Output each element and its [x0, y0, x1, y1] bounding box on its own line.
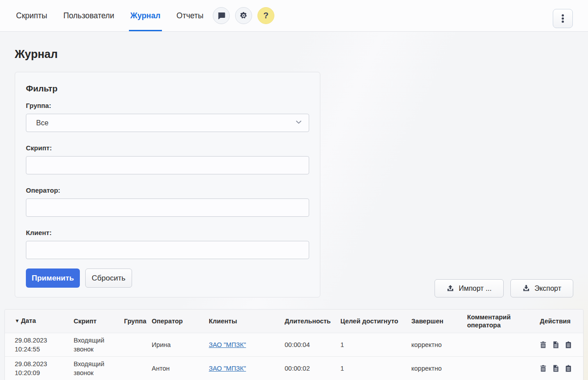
- help-button[interactable]: ?: [257, 7, 274, 24]
- table-header-row: ▼Дата Скрипт Группа Оператор Клиенты Дли…: [5, 310, 583, 333]
- cell-clients: ЗАО "МПЗК": [209, 356, 285, 380]
- more-options-button[interactable]: [553, 9, 573, 28]
- client-link[interactable]: ЗАО "МПЗК": [209, 341, 246, 348]
- filter-section: Фильтр Группа: Все Скрипт: Оператор: Кли…: [15, 72, 573, 297]
- column-header-duration[interactable]: Длительность: [285, 310, 340, 333]
- group-select[interactable]: Все: [26, 114, 309, 132]
- export-button[interactable]: Экспорт: [510, 279, 573, 297]
- nav-tab-scripts[interactable]: Скрипты: [15, 0, 49, 31]
- script-label: Скрипт:: [26, 144, 309, 152]
- cell-operator: Антон: [152, 356, 209, 380]
- cell-clients: ЗАО "МПЗК": [209, 333, 285, 356]
- cell-goals: 1: [340, 333, 411, 356]
- column-header-clients[interactable]: Клиенты: [209, 310, 285, 333]
- view-result-button[interactable]: [553, 341, 559, 348]
- group-label: Группа:: [26, 102, 309, 109]
- sort-desc-icon: ▼: [15, 318, 20, 323]
- column-header-comment[interactable]: Комментарий оператора: [467, 310, 540, 333]
- filter-buttons: Применить Сбросить: [26, 268, 309, 288]
- operator-field: Оператор:: [26, 186, 309, 217]
- topbar-icon-group: ?: [213, 0, 280, 31]
- cell-completed: корректно: [411, 356, 467, 380]
- apply-button[interactable]: Применить: [26, 268, 80, 288]
- column-header-script[interactable]: Скрипт: [74, 310, 124, 333]
- cell-comment: [467, 333, 540, 356]
- cell-actions: [540, 356, 583, 380]
- view-result-button[interactable]: [553, 365, 559, 372]
- filter-card: Фильтр Группа: Все Скрипт: Оператор: Кли…: [15, 72, 320, 297]
- delete-button[interactable]: [540, 341, 547, 348]
- cell-script: Входящий звонок: [74, 356, 124, 380]
- cell-group: [124, 333, 152, 356]
- client-link[interactable]: ЗАО "МПЗК": [209, 365, 246, 372]
- question-mark-icon: ?: [263, 11, 269, 21]
- table-row: 29.08.2023 10:20:09 Входящий звонок Анто…: [5, 356, 583, 380]
- group-field: Группа: Все: [26, 102, 309, 132]
- nav-tab-users[interactable]: Пользователи: [62, 0, 116, 31]
- chevron-down-icon: [296, 120, 302, 124]
- column-header-goals[interactable]: Целей достигнуто: [340, 310, 411, 333]
- column-header-actions: Действия: [540, 310, 583, 333]
- settings-button[interactable]: [235, 7, 252, 24]
- import-button[interactable]: Импорт ...: [435, 279, 504, 297]
- group-select-value: Все: [36, 119, 49, 127]
- download-icon: [522, 285, 530, 292]
- clipboard-icon: [565, 365, 571, 372]
- cell-goals: 1: [340, 356, 411, 380]
- cell-duration: 00:00:02: [285, 356, 340, 380]
- cell-date: 29.08.2023 10:20:09: [5, 356, 74, 380]
- cell-date: 29.08.2023 10:24:55: [5, 333, 74, 356]
- script-input[interactable]: [26, 156, 309, 174]
- client-input[interactable]: [26, 241, 309, 259]
- delete-button[interactable]: [540, 365, 547, 372]
- column-header-date[interactable]: ▼Дата: [5, 310, 74, 333]
- cell-duration: 00:00:04: [285, 333, 340, 356]
- document-icon: [553, 365, 559, 372]
- column-header-completed[interactable]: Завершен: [411, 310, 467, 333]
- nav-tab-journal[interactable]: Журнал: [129, 0, 161, 31]
- operator-label: Оператор:: [26, 186, 309, 194]
- script-field: Скрипт:: [26, 144, 309, 174]
- cell-group: [124, 356, 152, 380]
- client-label: Клиент:: [26, 229, 309, 236]
- copy-report-button[interactable]: [565, 341, 571, 348]
- nav-tab-reports[interactable]: Отчеты: [175, 0, 205, 31]
- reset-button[interactable]: Сбросить: [85, 268, 133, 288]
- column-header-operator[interactable]: Оператор: [152, 310, 209, 333]
- client-field: Клиент:: [26, 229, 309, 259]
- table-row: 29.08.2023 10:24:55 Входящий звонок Ирин…: [5, 333, 583, 356]
- upload-icon: [447, 285, 454, 292]
- filter-title: Фильтр: [26, 84, 309, 94]
- cell-script: Входящий звонок: [74, 333, 124, 356]
- page-content: Журнал Фильтр Группа: Все Скрипт: Операт…: [0, 48, 588, 297]
- document-icon: [553, 341, 559, 348]
- top-navigation-bar: Скрипты Пользователи Журнал Отчеты ?: [0, 0, 588, 32]
- kebab-menu-icon: [562, 14, 564, 17]
- cell-completed: корректно: [411, 333, 467, 356]
- trash-icon: [540, 341, 547, 348]
- page-title: Журнал: [15, 48, 573, 60]
- cell-comment: [467, 356, 540, 380]
- import-export-buttons: Импорт ... Экспорт: [428, 279, 573, 297]
- nav-tabs: Скрипты Пользователи Журнал Отчеты: [15, 0, 218, 31]
- clipboard-icon: [565, 341, 571, 348]
- chat-bubble-icon: [218, 12, 225, 20]
- trash-icon: [540, 365, 547, 372]
- journal-table: ▼Дата Скрипт Группа Оператор Клиенты Дли…: [4, 309, 584, 380]
- cell-operator: Ирина: [152, 333, 209, 356]
- column-header-group[interactable]: Группа: [124, 310, 152, 333]
- gear-icon: [240, 12, 248, 20]
- chat-button[interactable]: [213, 7, 230, 24]
- copy-report-button[interactable]: [565, 365, 571, 372]
- operator-input[interactable]: [26, 198, 309, 217]
- cell-actions: [540, 333, 583, 356]
